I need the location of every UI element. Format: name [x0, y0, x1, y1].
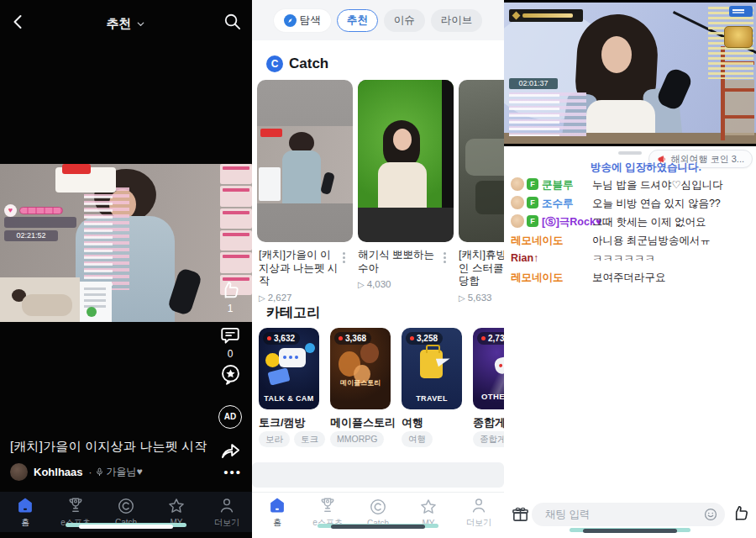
avatar: [511, 177, 524, 191]
category-name[interactable]: 종합게임: [473, 415, 504, 430]
view-count: 4,030: [358, 278, 438, 291]
category-tags: 종합게임: [473, 431, 504, 447]
chat-input-field[interactable]: [532, 503, 725, 526]
category-card[interactable]: 2,731 OTHER GAMES: [473, 328, 504, 409]
channel-avatar[interactable]: [10, 463, 28, 481]
live-dot-icon: [410, 336, 414, 340]
catch-section-title: Catch: [289, 55, 328, 72]
avatar: [511, 196, 524, 209]
channel-name[interactable]: Kohlhaas: [34, 466, 83, 478]
back-button[interactable]: [8, 12, 29, 32]
chat-message[interactable]: Rian↑ ㅋㅋㅋㅋㅋㅋ: [504, 251, 756, 266]
channel-row[interactable]: Kohlhaas · 가을님♥: [10, 463, 143, 481]
category-tags: 보라 토크: [259, 431, 325, 447]
catch-video-title: [캐치]가을이 이지상과 나는펫 시작: [259, 249, 339, 288]
chat-username[interactable]: 쿤블루: [542, 178, 574, 193]
stream-timer: 02:21:52: [4, 230, 58, 241]
subscriber-badge: F: [527, 178, 538, 190]
avatar: [511, 214, 524, 228]
catch-video-card[interactable]: [459, 80, 504, 242]
gift-icon: [511, 504, 530, 524]
comment-count: 0: [213, 348, 247, 360]
catch-video-caption[interactable]: [캐치]가을이 이지상과 나는펫 시작 2,627: [259, 249, 339, 303]
left-player-panel: 추천 ♥ 02:21:52: [0, 0, 252, 538]
chat-text: 누님 밥을 드셔야♡심입니다: [592, 178, 723, 193]
goal-progress-overlay: ♥: [4, 204, 63, 217]
live-dot-icon: [339, 336, 343, 340]
catch-c-icon: [117, 497, 135, 515]
category-art-label: 메이플스토리: [330, 378, 391, 388]
chat-message[interactable]: F 조수루 오늘 비방 연습 있지 않음??: [504, 196, 756, 211]
stream-banner-pill: [4, 217, 76, 228]
category-name[interactable]: 메이플스토리: [330, 415, 396, 430]
tag-chip[interactable]: MMORPG: [330, 431, 384, 447]
drag-handle[interactable]: [618, 151, 642, 155]
comment-button[interactable]: 0: [213, 324, 247, 360]
tab-label: 이슈: [394, 13, 415, 28]
nav-more[interactable]: 더보기: [202, 492, 252, 532]
view-count: 2,627: [259, 292, 339, 304]
chat-message[interactable]: F [ⓢ]극Rock♥ 그때 핫세는 이제 없어요: [504, 214, 756, 229]
channel-subtitle: · 가을님♥: [89, 465, 143, 479]
chat-message[interactable]: 레모네이도 아니용 최군님방송에서ㅠ: [504, 233, 756, 248]
category-card[interactable]: 3,258 TRAVEL: [402, 328, 462, 409]
nav-more[interactable]: 더보기: [454, 493, 504, 532]
tab-issue[interactable]: 이슈: [384, 9, 425, 32]
subscriber-badge: F: [527, 197, 538, 208]
catch-video-caption[interactable]: 해기식 뽀뽀하는 수아 4,030: [358, 249, 438, 291]
search-button[interactable]: [223, 12, 242, 31]
compass-icon: [284, 14, 297, 27]
views-play-icon: [459, 292, 465, 304]
chat-username[interactable]: 조수루: [542, 197, 574, 211]
gift-button[interactable]: [511, 504, 530, 524]
chat-message[interactable]: 레모네이도 보여주더라구요: [504, 270, 756, 285]
person-icon: [470, 496, 488, 514]
trophy-icon: [318, 496, 337, 514]
catch-video-card[interactable]: [257, 80, 353, 242]
nav-home[interactable]: 홈: [252, 493, 302, 532]
catch-section-header[interactable]: C Catch: [266, 55, 328, 72]
tab-recommended[interactable]: 추천: [337, 9, 378, 32]
video-menu-icon[interactable]: [343, 251, 345, 265]
chat-username[interactable]: 레모네이도: [511, 271, 564, 285]
heart-icon: ♥: [4, 204, 17, 217]
category-card[interactable]: 3,632 TALK & CAM: [259, 328, 319, 409]
tag-chip[interactable]: 보라: [259, 431, 290, 447]
favorite-button[interactable]: [213, 363, 247, 386]
chat-username[interactable]: 레모네이도: [511, 234, 564, 248]
tag-chip[interactable]: 여행: [402, 431, 433, 447]
thumb-up-icon: [219, 279, 241, 301]
emoji-button[interactable]: [703, 507, 718, 522]
ad-button[interactable]: AD: [213, 405, 247, 429]
live-video-player[interactable]: 02:01:37: [504, 0, 756, 146]
tab-explore[interactable]: 탐색: [274, 9, 331, 32]
player-header: 추천: [0, 0, 252, 47]
like-button[interactable]: 1: [213, 279, 247, 314]
ad-icon: AD: [218, 405, 242, 429]
chat-message[interactable]: F 쿤블루 누님 밥을 드셔야♡심입니다: [504, 177, 756, 193]
subscriber-badge: F: [527, 215, 538, 227]
catch-c-icon: [369, 498, 387, 516]
chat-username[interactable]: Rian↑: [511, 252, 538, 264]
chat-input[interactable]: [543, 503, 693, 526]
chat-text: 그때 핫세는 이제 없어요: [592, 215, 706, 229]
more-options-icon[interactable]: •••: [223, 465, 242, 479]
trophy-icon: [66, 496, 85, 514]
catch-video-card[interactable]: [358, 80, 454, 242]
cheer-like-button[interactable]: [731, 504, 750, 523]
tag-chip[interactable]: 토크: [294, 431, 325, 447]
inset-screen-share: [80, 282, 112, 322]
tag-chip[interactable]: 종합게임: [473, 431, 504, 447]
smiley-icon: [703, 507, 718, 522]
tab-live[interactable]: 라이브: [431, 9, 483, 32]
video-menu-icon[interactable]: [444, 251, 446, 265]
category-name[interactable]: 토크/캠방: [259, 415, 306, 430]
home-icon: [268, 496, 286, 514]
feed-selector[interactable]: 추천: [107, 16, 146, 32]
catch-video-caption[interactable]: [캐치]휴방인 스터콜 당합 5,633: [459, 249, 504, 303]
category-card[interactable]: 3,368 메이플스토리: [330, 328, 391, 409]
view-count: 5,633: [459, 292, 504, 304]
category-name[interactable]: 여행: [402, 415, 423, 430]
nav-home[interactable]: 홈: [0, 492, 50, 532]
views-play-icon: [358, 278, 365, 291]
